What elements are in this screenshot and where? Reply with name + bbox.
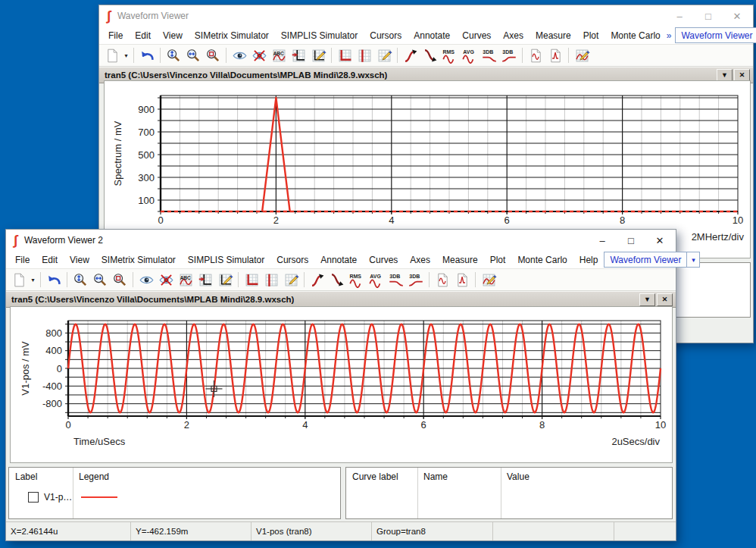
- plot-impulse-button[interactable]: [452, 271, 472, 289]
- zoom-y-button[interactable]: [164, 46, 183, 64]
- close-button[interactable]: ✕: [645, 230, 674, 250]
- titlebar[interactable]: ∫ Waveform Viewer – □ ✕: [99, 5, 753, 27]
- sine-chart[interactable]: 0246810-800-4000400800V1-pos / mVTime/uS…: [11, 307, 672, 462]
- menu-item-simplis-simulator[interactable]: SIMPLIS Simulator: [275, 30, 364, 41]
- new-document-button[interactable]: [102, 46, 122, 64]
- menu-item-plot[interactable]: Plot: [484, 255, 512, 265]
- menu-overflow-chevron[interactable]: »: [667, 30, 672, 41]
- db3-low-button[interactable]: 3DB: [480, 46, 499, 64]
- smooth-up-button[interactable]: [308, 271, 327, 289]
- menu-item-simplis-simulator[interactable]: SIMPLIS Simulator: [182, 255, 270, 265]
- x-tick-label: 0: [65, 419, 70, 431]
- minimize-button[interactable]: –: [588, 230, 617, 250]
- tab-label[interactable]: tran5 (C:\Users\Vincenzo Villa\Documents…: [105, 70, 387, 80]
- menu-item-plot[interactable]: Plot: [577, 30, 605, 41]
- add-axis-button[interactable]: [289, 46, 308, 64]
- menu-item-view[interactable]: View: [157, 30, 189, 41]
- menu-item-curves[interactable]: Curves: [456, 30, 497, 41]
- menu-item-simetrix-simulator[interactable]: SIMetrix Simulator: [95, 255, 182, 265]
- new-document-button[interactable]: [9, 271, 29, 289]
- tab-label[interactable]: tran5 (C:\Users\Vincenzo Villa\Documents…: [11, 295, 294, 304]
- vertical-line-button[interactable]: [355, 46, 374, 64]
- smooth-down-button[interactable]: [327, 271, 347, 289]
- menu-item-axes[interactable]: Axes: [404, 255, 436, 265]
- y-tick-label: 700: [138, 127, 155, 138]
- menu-item-measure[interactable]: Measure: [436, 255, 484, 265]
- zoom-area-button[interactable]: [203, 46, 223, 64]
- sine-plot[interactable]: 0246810-800-4000400800V1-pos / mVTime/uS…: [10, 306, 673, 463]
- avg-button[interactable]: AVG: [460, 46, 480, 64]
- menu-item-curves[interactable]: Curves: [363, 255, 404, 265]
- zoom-y-button[interactable]: [70, 271, 90, 289]
- new-document-dropdown-button[interactable]: ▾: [122, 46, 130, 64]
- plot-impulse-button[interactable]: [545, 46, 565, 64]
- hide-curve-button[interactable]: [156, 271, 176, 289]
- menu-item-measure[interactable]: Measure: [530, 30, 577, 41]
- menu-item-help[interactable]: Help: [573, 255, 604, 265]
- axis-label-button[interactable]: ABC: [176, 271, 195, 289]
- db3-low-button[interactable]: 3DB: [386, 271, 406, 289]
- legend-row[interactable]: V1-p…: [9, 489, 340, 506]
- db3-high-button[interactable]: 3DB: [406, 271, 426, 289]
- toolbar-separator: [522, 48, 523, 63]
- menu-item-simetrix-simulator[interactable]: SIMetrix Simulator: [189, 30, 275, 41]
- smooth-down-button[interactable]: [420, 46, 440, 64]
- axis-left-button[interactable]: [242, 271, 261, 289]
- show-curve-button[interactable]: [136, 271, 156, 289]
- viewer-selector-combo[interactable]: Waveform Viewer▾: [604, 252, 700, 268]
- zoom-x-button[interactable]: [90, 271, 110, 289]
- rms-button[interactable]: RMS: [440, 46, 460, 64]
- edit-graph-button[interactable]: [215, 271, 235, 289]
- vertical-line-button[interactable]: [261, 271, 281, 289]
- maximize-button[interactable]: □: [617, 230, 645, 250]
- zoom-x-button[interactable]: [183, 46, 203, 64]
- zoom-area-button[interactable]: [110, 271, 130, 289]
- close-button[interactable]: ✕: [723, 6, 751, 26]
- menu-item-monte-carlo[interactable]: Monte Carlo: [511, 255, 573, 265]
- edit-curves-button[interactable]: [572, 46, 592, 64]
- menu-item-axes[interactable]: Axes: [497, 30, 530, 41]
- maximize-button[interactable]: □: [694, 6, 723, 26]
- undo-button[interactable]: [44, 271, 64, 289]
- add-axis-button[interactable]: [195, 271, 215, 289]
- status-cell-4: Group=tran8: [372, 522, 493, 540]
- db3-high-button[interactable]: 3DB: [499, 46, 519, 64]
- plot-sine-button[interactable]: [526, 46, 545, 64]
- viewer-selector-combo[interactable]: Waveform Viewer▾: [675, 27, 756, 43]
- rms-button[interactable]: RMS: [347, 271, 367, 289]
- chevron-down-icon[interactable]: ▾: [686, 252, 699, 267]
- tab-close-button[interactable]: ✕: [657, 293, 673, 306]
- axis-left-button[interactable]: [335, 46, 355, 64]
- smooth-up-button[interactable]: [401, 46, 420, 64]
- window-waveform-viewer-2: ∫ Waveform Viewer 2 – □ ✕ FileEditViewSI…: [5, 229, 676, 541]
- menu-item-monte-carlo[interactable]: Monte Carlo: [604, 30, 666, 41]
- menu-item-edit[interactable]: Edit: [36, 255, 64, 265]
- curve-checkbox[interactable]: [28, 492, 39, 503]
- edit-curves-button[interactable]: [479, 271, 498, 289]
- tab-dropdown-button[interactable]: ▼: [717, 69, 733, 82]
- menu-item-edit[interactable]: Edit: [129, 30, 157, 41]
- titlebar[interactable]: ∫ Waveform Viewer 2 – □ ✕: [6, 230, 676, 251]
- grid-options-button[interactable]: [374, 46, 394, 64]
- menu-item-annotate[interactable]: Annotate: [408, 30, 456, 41]
- avg-button[interactable]: AVG: [367, 271, 386, 289]
- grid-options-button[interactable]: [281, 271, 301, 289]
- edit-graph-button[interactable]: [308, 46, 328, 64]
- menu-item-file[interactable]: File: [102, 30, 129, 41]
- menu-item-cursors[interactable]: Cursors: [270, 255, 314, 265]
- hide-curve-button[interactable]: [249, 46, 269, 64]
- tab-dropdown-button[interactable]: ▼: [639, 293, 655, 306]
- menu-item-annotate[interactable]: Annotate: [314, 255, 363, 265]
- plot-sine-button[interactable]: [433, 271, 452, 289]
- show-curve-button[interactable]: [230, 46, 249, 64]
- menu-item-cursors[interactable]: Cursors: [364, 30, 408, 41]
- new-document-dropdown-button[interactable]: ▾: [29, 271, 37, 289]
- menu-item-file[interactable]: File: [9, 255, 36, 265]
- undo-button[interactable]: [137, 46, 157, 64]
- undo-icon: [46, 272, 62, 288]
- tab-close-button[interactable]: ✕: [734, 69, 750, 82]
- menu-item-view[interactable]: View: [64, 255, 95, 265]
- minimize-button[interactable]: –: [665, 6, 694, 26]
- values-col-curve-label: Curve label: [352, 471, 398, 482]
- axis-label-button[interactable]: ABC: [269, 46, 289, 64]
